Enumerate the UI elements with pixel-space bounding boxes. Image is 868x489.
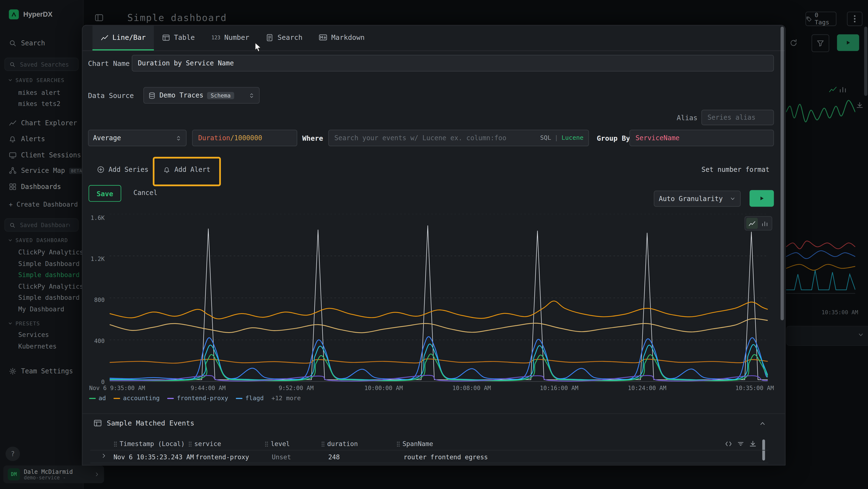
row-divider bbox=[90, 463, 768, 463]
col-header-service[interactable]: service bbox=[188, 440, 221, 448]
alias-input[interactable] bbox=[702, 110, 774, 125]
alias-label: Alias bbox=[677, 114, 697, 122]
code-icon[interactable] bbox=[724, 440, 732, 448]
add-series-button[interactable]: Add Series bbox=[92, 162, 153, 177]
app-root: HyperDX Search SAVED SEARCHES mikes aler… bbox=[0, 0, 868, 489]
where-label: Where bbox=[302, 134, 323, 142]
select-updown-icon bbox=[249, 92, 255, 99]
x-tick: 10:35:00 AM bbox=[735, 384, 774, 391]
group-by-input[interactable] bbox=[629, 130, 774, 146]
chevron-down-icon bbox=[730, 196, 736, 202]
legend-dash bbox=[167, 398, 174, 399]
cell-level: Unset bbox=[272, 453, 291, 461]
filter-lines-icon[interactable] bbox=[737, 440, 745, 448]
col-header-duration[interactable]: duration bbox=[321, 440, 358, 448]
select-updown-icon bbox=[176, 135, 182, 142]
cell-service: frontend-proxy bbox=[195, 453, 249, 461]
legend-item-3[interactable]: flagd bbox=[236, 395, 264, 402]
document-list-icon bbox=[266, 33, 274, 41]
drag-handle-icon bbox=[396, 441, 400, 447]
y-tick: 1.6K bbox=[83, 214, 105, 221]
data-source-select[interactable]: Demo Traces Schema bbox=[144, 87, 260, 104]
x-tick: 9:52:00 AM bbox=[279, 384, 314, 391]
x-tick: 10:08:00 AM bbox=[452, 384, 491, 391]
col-header-timestamp[interactable]: Timestamp (Local) bbox=[114, 440, 185, 448]
chart-name-input[interactable] bbox=[132, 55, 774, 71]
cell-timestamp: Nov 6 10:35:23.243 AM bbox=[114, 453, 194, 461]
sql-toggle[interactable]: SQL bbox=[540, 134, 551, 141]
query-language-toggle[interactable]: SQL | Lucene bbox=[540, 134, 584, 141]
plus-circle-icon bbox=[97, 166, 105, 173]
set-number-format-button[interactable]: Set number format bbox=[697, 162, 774, 177]
chart-editor-modal: Line/Bar Table 123 Number Search Markdow… bbox=[82, 25, 785, 465]
col-header-level[interactable]: level bbox=[265, 440, 290, 448]
x-tick: Nov 6 9:35:00 AM bbox=[89, 384, 145, 391]
tab-line-bar[interactable]: Line/Bar bbox=[92, 26, 154, 51]
table-icon bbox=[162, 33, 170, 41]
markdown-icon bbox=[319, 33, 327, 41]
table-icon bbox=[94, 419, 102, 427]
expand-row-icon[interactable] bbox=[101, 453, 107, 459]
legend-dash bbox=[89, 398, 96, 399]
run-chart-button[interactable] bbox=[750, 190, 774, 207]
where-search-wrap: SQL | Lucene bbox=[328, 130, 589, 146]
database-icon bbox=[148, 92, 156, 99]
y-tick: 0 bbox=[83, 378, 105, 385]
group-by-label: Group By bbox=[597, 134, 630, 142]
x-tick: 9:44:00 AM bbox=[191, 384, 226, 391]
y-tick: 800 bbox=[83, 296, 105, 303]
line-chart-icon bbox=[101, 33, 108, 41]
drag-handle-icon bbox=[265, 441, 268, 447]
collapse-section-icon[interactable] bbox=[759, 420, 766, 427]
legend-more[interactable]: +12 more bbox=[272, 395, 301, 402]
editor-tabs: Line/Bar Table 123 Number Search Markdow… bbox=[83, 26, 785, 51]
sample-events-header[interactable]: Sample Matched Events bbox=[94, 419, 194, 427]
drag-handle-icon bbox=[188, 441, 192, 447]
tab-search[interactable]: Search bbox=[257, 26, 311, 51]
legend-item-1[interactable]: accounting bbox=[114, 395, 160, 402]
add-alert-button[interactable]: Add Alert bbox=[159, 162, 215, 177]
tab-number[interactable]: 123 Number bbox=[203, 26, 257, 51]
expression-input[interactable]: Duration/1000000 bbox=[192, 130, 297, 146]
download-icon[interactable] bbox=[749, 440, 756, 448]
expression-suffix: /1000000 bbox=[230, 134, 262, 142]
legend-item-0[interactable]: ad bbox=[89, 395, 106, 402]
legend-dash bbox=[236, 398, 243, 399]
cell-spanname: router frontend egress bbox=[404, 453, 488, 461]
save-button[interactable]: Save bbox=[89, 185, 121, 202]
play-icon bbox=[758, 195, 765, 202]
y-tick: 400 bbox=[83, 338, 105, 344]
x-tick: 10:00:00 AM bbox=[364, 384, 403, 391]
legend-item-2[interactable]: frontend-proxy bbox=[167, 395, 228, 402]
expression-field: Duration bbox=[198, 134, 230, 142]
legend-dash bbox=[114, 398, 120, 399]
chart-legend: ad accounting frontend-proxy flagd +12 m… bbox=[89, 395, 301, 402]
granularity-select[interactable]: Auto Granularity bbox=[654, 191, 740, 207]
data-source-value: Demo Traces bbox=[159, 91, 203, 99]
cancel-button[interactable]: Cancel bbox=[129, 185, 162, 201]
lucene-toggle[interactable]: Lucene bbox=[562, 134, 584, 141]
drag-handle-icon bbox=[321, 441, 325, 447]
x-tick: 10:16:00 AM bbox=[540, 384, 579, 391]
x-tick: 10:24:00 AM bbox=[628, 384, 666, 391]
aggregation-select[interactable]: Average bbox=[88, 130, 187, 146]
drag-handle-icon bbox=[114, 441, 117, 447]
col-header-spanname[interactable]: SpanName bbox=[396, 440, 433, 448]
number-123-icon: 123 bbox=[212, 34, 220, 40]
data-source-label: Data Source bbox=[88, 91, 134, 100]
cell-duration: 248 bbox=[328, 453, 340, 461]
tab-table[interactable]: Table bbox=[154, 26, 203, 51]
schema-badge: Schema bbox=[207, 92, 234, 99]
tab-markdown[interactable]: Markdown bbox=[311, 26, 373, 51]
section-divider bbox=[83, 413, 785, 414]
row-divider bbox=[90, 450, 768, 450]
bell-icon bbox=[163, 166, 170, 173]
duration-chart[interactable] bbox=[110, 214, 768, 382]
y-tick: 1.2K bbox=[83, 255, 105, 262]
chart-name-label: Chart Name bbox=[88, 59, 130, 67]
modal-scrollbar-thumb[interactable] bbox=[780, 27, 784, 320]
